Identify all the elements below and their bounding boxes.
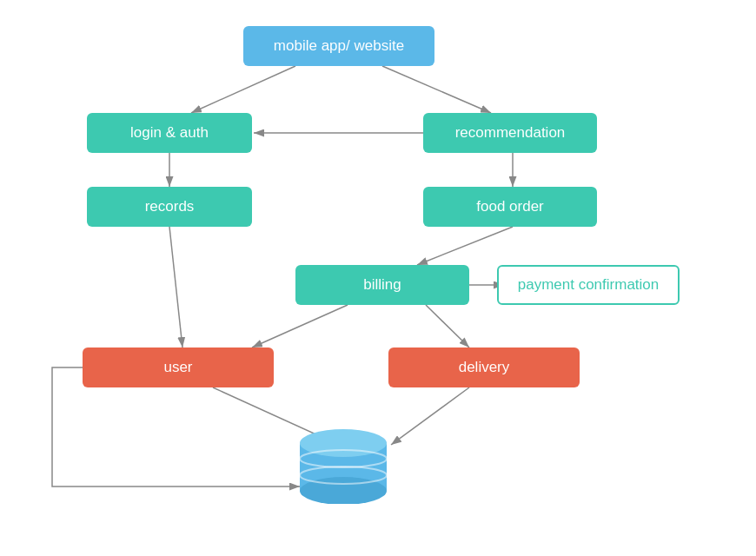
node-user: user [83, 348, 274, 387]
svg-line-3 [382, 66, 491, 113]
diagram-container: mobile app/ website login & auth recomme… [0, 0, 756, 556]
node-recommendation: recommendation [423, 113, 597, 153]
node-database [295, 426, 391, 507]
node-records: records [87, 187, 252, 227]
svg-line-9 [169, 227, 182, 348]
node-delivery: delivery [388, 348, 580, 387]
node-food-order: food order [423, 187, 597, 227]
node-billing: billing [295, 265, 469, 305]
svg-line-10 [252, 305, 348, 348]
svg-line-11 [426, 305, 469, 348]
svg-line-2 [191, 66, 295, 113]
svg-line-13 [391, 387, 469, 445]
node-login-auth: login & auth [87, 113, 252, 153]
node-payment-confirmation: payment confirmation [497, 265, 680, 305]
svg-line-7 [417, 227, 513, 265]
node-mobile-app: mobile app/ website [243, 26, 434, 66]
